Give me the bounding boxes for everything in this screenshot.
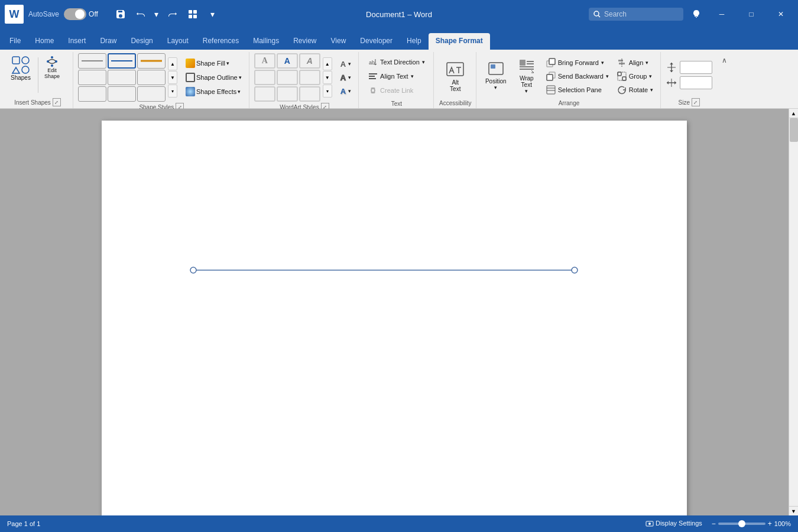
tab-insert[interactable]: Insert [61, 33, 93, 50]
wordart-style-5[interactable] [277, 70, 298, 85]
word-app-icon: W [5, 5, 24, 24]
scroll-up-button[interactable]: ▲ [789, 109, 799, 118]
selection-pane-button[interactable]: Selection Pane [543, 83, 612, 96]
wordart-style-1[interactable]: A [254, 53, 275, 69]
text-effects-button[interactable]: A ▾ [337, 85, 355, 98]
gallery-scroll-up[interactable]: ▲ [168, 57, 177, 70]
wordart-scroll-up[interactable]: ▲ [323, 57, 332, 70]
quick-access-toolbar: ▾ ▾ [112, 6, 221, 22]
shape-effects-button[interactable]: Shape Effects ▾ [182, 85, 245, 98]
text-direction-icon: ab [368, 57, 378, 67]
group-button[interactable]: Group ▾ [614, 70, 657, 83]
tab-view[interactable]: View [324, 33, 353, 50]
ribbon-group-text: ab Text Direction ▾ Align Text ▾ [360, 52, 434, 108]
wordart-style-3[interactable]: A [299, 53, 320, 69]
wordart-style-4[interactable] [254, 70, 275, 85]
shape-style-line-2 [110, 56, 134, 66]
wordart-style-6[interactable] [299, 70, 320, 85]
tab-references[interactable]: References [196, 33, 246, 50]
selection-handle-right[interactable] [572, 267, 578, 273]
send-backward-button[interactable]: Send Backward ▾ [543, 70, 612, 83]
bring-forward-button[interactable]: Bring Forward ▾ [543, 56, 612, 69]
collapse-ribbon-button[interactable]: ∧ [718, 54, 730, 66]
position-button[interactable]: Position ▾ [481, 53, 511, 99]
scroll-down-button[interactable]: ▼ [789, 506, 799, 515]
undo-button[interactable] [132, 6, 149, 22]
ribbon: Shapes EditShape Insert Shapes ⤢ [0, 50, 798, 109]
create-link-button[interactable]: Create Link [365, 84, 417, 97]
create-link-icon [368, 86, 378, 95]
vertical-scrollbar[interactable]: ▲ ▼ [789, 109, 798, 515]
tab-layout[interactable]: Layout [160, 33, 196, 50]
shape-styles-scroll: ▲ ▼ ▾ [168, 57, 177, 98]
tab-mailings[interactable]: Mailings [246, 33, 286, 50]
wordart-style-9[interactable] [299, 86, 320, 102]
minimize-button[interactable]: ─ [709, 5, 734, 24]
wordart-style-2[interactable]: A [277, 53, 298, 69]
zoom-controls: − + 100% [712, 520, 791, 528]
shape-style-4[interactable] [78, 70, 106, 85]
text-outline-button[interactable]: A ▾ [337, 72, 355, 84]
tab-draw[interactable]: Draw [93, 33, 124, 50]
group-label-size: Size ⤢ [666, 97, 712, 108]
tab-help[interactable]: Help [400, 33, 429, 50]
text-fill-button[interactable]: A ▾ [337, 58, 355, 70]
tab-design[interactable]: Design [124, 33, 160, 50]
shape-style-6[interactable] [137, 70, 166, 85]
maximize-button[interactable]: □ [739, 5, 764, 24]
insert-shapes-expander[interactable]: ⤢ [53, 98, 61, 106]
align-button[interactable]: Align ▾ [614, 56, 657, 69]
lightbulb-button[interactable] [688, 6, 705, 22]
tab-review[interactable]: Review [286, 33, 323, 50]
align-text-button[interactable]: Align Text ▾ [365, 70, 417, 83]
wordart-scroll-down[interactable]: ▼ [323, 71, 332, 84]
autosave-toggle[interactable]: Off [61, 7, 100, 21]
wordart-style-7[interactable] [254, 86, 275, 102]
alt-text-button[interactable]: AltText [442, 58, 468, 95]
gallery-scroll-down[interactable]: ▼ [168, 71, 177, 84]
shape-style-5[interactable] [108, 70, 136, 85]
scroll-thumb[interactable] [790, 118, 798, 142]
customize-button[interactable]: ▾ [205, 6, 221, 22]
search-box[interactable]: Search [589, 8, 683, 21]
zoom-out-button[interactable]: − [712, 520, 716, 528]
tab-home[interactable]: Home [28, 33, 61, 50]
wrap-text-button[interactable]: WrapText ▾ [512, 53, 541, 99]
close-button[interactable]: ✕ [768, 5, 793, 24]
tab-developer[interactable]: Developer [353, 33, 400, 50]
width-input[interactable] [680, 76, 712, 89]
shape-style-2[interactable] [108, 53, 136, 69]
wordart-scroll-more[interactable]: ▾ [323, 85, 332, 98]
rotate-button[interactable]: Rotate ▾ [614, 83, 657, 96]
shapes-button[interactable]: Shapes [6, 53, 35, 83]
tab-shape-format[interactable]: Shape Format [429, 33, 490, 50]
shape-style-3[interactable] [137, 53, 166, 69]
shape-style-8[interactable] [108, 86, 136, 102]
svg-rect-6 [12, 57, 20, 64]
text-effects-icon: A [340, 87, 346, 96]
zoom-in-button[interactable]: + [768, 520, 772, 528]
display-settings-button[interactable]: Display Settings [645, 520, 702, 528]
zoom-slider[interactable] [718, 523, 765, 525]
table-insert-button[interactable] [184, 6, 201, 22]
shape-outline-button[interactable]: Shape Outline ▾ [182, 71, 245, 84]
shape-style-7[interactable] [78, 86, 106, 102]
shape-style-9[interactable] [137, 86, 166, 102]
redo-button[interactable] [164, 6, 181, 22]
svg-rect-3 [193, 15, 197, 18]
selection-pane-label: Selection Pane [558, 86, 602, 93]
gallery-scroll-more[interactable]: ▾ [168, 85, 177, 98]
tab-file[interactable]: File [2, 33, 28, 50]
save-button[interactable] [112, 6, 129, 22]
height-input[interactable] [680, 61, 712, 74]
shape-style-1[interactable] [78, 53, 106, 69]
undo-dropdown[interactable]: ▾ [153, 6, 161, 22]
height-control [666, 61, 712, 74]
edit-shape-button[interactable]: EditShape [41, 53, 63, 82]
selection-handle-left[interactable] [190, 267, 196, 273]
wordart-style-8[interactable] [277, 86, 298, 102]
shape-fill-button[interactable]: Shape Fill ▾ [182, 57, 245, 70]
text-direction-button[interactable]: ab Text Direction ▾ [365, 56, 429, 69]
size-expander[interactable]: ⤢ [692, 98, 700, 106]
canvas-area[interactable] [0, 109, 789, 515]
